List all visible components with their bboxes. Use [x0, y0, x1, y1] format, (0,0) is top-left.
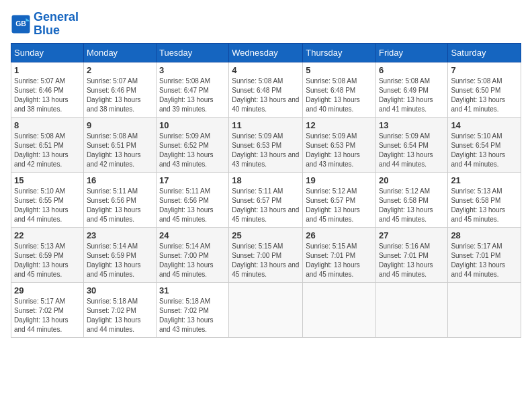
calendar-cell: 13Sunrise: 5:09 AMSunset: 6:54 PMDayligh…	[375, 117, 447, 172]
day-info: Sunrise: 5:08 AMSunset: 6:48 PMDaylight:…	[232, 77, 300, 114]
day-info: Sunrise: 5:08 AMSunset: 6:50 PMDaylight:…	[451, 77, 518, 114]
day-number: 18	[232, 175, 300, 185]
day-info: Sunrise: 5:09 AMSunset: 6:52 PMDaylight:…	[159, 132, 226, 169]
day-number: 10	[159, 120, 226, 130]
day-info: Sunrise: 5:11 AMSunset: 6:57 PMDaylight:…	[232, 187, 300, 224]
calendar-cell: 18Sunrise: 5:11 AMSunset: 6:57 PMDayligh…	[229, 172, 303, 227]
day-info: Sunrise: 5:07 AMSunset: 6:46 PMDaylight:…	[14, 77, 81, 114]
calendar-cell: 26Sunrise: 5:15 AMSunset: 7:01 PMDayligh…	[303, 227, 376, 282]
logo-text: General Blue	[34, 11, 79, 38]
calendar-cell: 2Sunrise: 5:07 AMSunset: 6:46 PMDaylight…	[83, 62, 156, 117]
day-info: Sunrise: 5:18 AMSunset: 7:02 PMDaylight:…	[159, 297, 226, 334]
calendar-cell: 4Sunrise: 5:08 AMSunset: 6:48 PMDaylight…	[229, 62, 303, 117]
calendar-cell: 29Sunrise: 5:17 AMSunset: 7:02 PMDayligh…	[11, 282, 84, 337]
day-number: 29	[14, 285, 81, 295]
calendar-cell: 19Sunrise: 5:12 AMSunset: 6:57 PMDayligh…	[303, 172, 376, 227]
weekday-header: Friday	[375, 43, 447, 62]
day-number: 22	[14, 230, 81, 240]
day-info: Sunrise: 5:08 AMSunset: 6:49 PMDaylight:…	[379, 77, 445, 114]
day-info: Sunrise: 5:12 AMSunset: 6:57 PMDaylight:…	[306, 187, 373, 224]
calendar-cell: 11Sunrise: 5:09 AMSunset: 6:53 PMDayligh…	[229, 117, 303, 172]
weekday-header: Sunday	[11, 43, 84, 62]
day-number: 16	[87, 175, 153, 185]
weekday-header: Saturday	[448, 43, 521, 62]
header: GB General Blue	[11, 11, 521, 38]
day-number: 19	[306, 175, 373, 185]
day-number: 23	[87, 230, 153, 240]
calendar-row: 15Sunrise: 5:10 AMSunset: 6:55 PMDayligh…	[11, 172, 521, 227]
day-info: Sunrise: 5:08 AMSunset: 6:51 PMDaylight:…	[14, 132, 81, 169]
day-number: 9	[87, 120, 153, 130]
calendar-cell: 7Sunrise: 5:08 AMSunset: 6:50 PMDaylight…	[448, 62, 521, 117]
calendar-cell: 27Sunrise: 5:16 AMSunset: 7:01 PMDayligh…	[375, 227, 447, 282]
calendar-cell	[303, 282, 376, 337]
day-info: Sunrise: 5:10 AMSunset: 6:54 PMDaylight:…	[451, 132, 518, 169]
calendar-cell: 3Sunrise: 5:08 AMSunset: 6:47 PMDaylight…	[156, 62, 228, 117]
calendar-cell: 31Sunrise: 5:18 AMSunset: 7:02 PMDayligh…	[156, 282, 228, 337]
weekday-header: Monday	[83, 43, 156, 62]
calendar-cell: 20Sunrise: 5:12 AMSunset: 6:58 PMDayligh…	[375, 172, 447, 227]
day-info: Sunrise: 5:09 AMSunset: 6:53 PMDaylight:…	[232, 132, 300, 169]
day-info: Sunrise: 5:11 AMSunset: 6:56 PMDaylight:…	[87, 187, 153, 224]
calendar-cell: 17Sunrise: 5:11 AMSunset: 6:56 PMDayligh…	[156, 172, 228, 227]
day-info: Sunrise: 5:10 AMSunset: 6:55 PMDaylight:…	[14, 187, 81, 224]
day-number: 21	[451, 175, 518, 185]
day-info: Sunrise: 5:12 AMSunset: 6:58 PMDaylight:…	[379, 187, 445, 224]
calendar-cell: 1Sunrise: 5:07 AMSunset: 6:46 PMDaylight…	[11, 62, 84, 117]
weekday-header: Tuesday	[156, 43, 228, 62]
weekday-header: Thursday	[303, 43, 376, 62]
calendar-row: 22Sunrise: 5:13 AMSunset: 6:59 PMDayligh…	[11, 227, 521, 282]
day-number: 15	[14, 175, 81, 185]
calendar-row: 8Sunrise: 5:08 AMSunset: 6:51 PMDaylight…	[11, 117, 521, 172]
calendar-row: 29Sunrise: 5:17 AMSunset: 7:02 PMDayligh…	[11, 282, 521, 337]
day-number: 1	[14, 65, 81, 75]
calendar-cell: 14Sunrise: 5:10 AMSunset: 6:54 PMDayligh…	[448, 117, 521, 172]
day-number: 3	[159, 65, 226, 75]
calendar-cell: 28Sunrise: 5:17 AMSunset: 7:01 PMDayligh…	[448, 227, 521, 282]
day-info: Sunrise: 5:09 AMSunset: 6:54 PMDaylight:…	[379, 132, 445, 169]
calendar-cell: 22Sunrise: 5:13 AMSunset: 6:59 PMDayligh…	[11, 227, 84, 282]
day-number: 24	[159, 230, 226, 240]
day-number: 25	[232, 230, 300, 240]
day-number: 13	[379, 120, 445, 130]
day-number: 17	[159, 175, 226, 185]
day-number: 6	[379, 65, 445, 75]
calendar-table: SundayMondayTuesdayWednesdayThursdayFrid…	[11, 43, 521, 338]
day-info: Sunrise: 5:14 AMSunset: 6:59 PMDaylight:…	[87, 242, 153, 279]
day-number: 14	[451, 120, 518, 130]
calendar-cell: 9Sunrise: 5:08 AMSunset: 6:51 PMDaylight…	[83, 117, 156, 172]
calendar-cell: 25Sunrise: 5:15 AMSunset: 7:00 PMDayligh…	[229, 227, 303, 282]
calendar-row: 1Sunrise: 5:07 AMSunset: 6:46 PMDaylight…	[11, 62, 521, 117]
day-info: Sunrise: 5:13 AMSunset: 6:58 PMDaylight:…	[451, 187, 518, 224]
day-number: 31	[159, 285, 226, 295]
calendar-cell: 12Sunrise: 5:09 AMSunset: 6:53 PMDayligh…	[303, 117, 376, 172]
day-number: 27	[379, 230, 445, 240]
day-number: 20	[379, 175, 445, 185]
calendar-cell: 15Sunrise: 5:10 AMSunset: 6:55 PMDayligh…	[11, 172, 84, 227]
weekday-header-row: SundayMondayTuesdayWednesdayThursdayFrid…	[11, 43, 521, 62]
day-info: Sunrise: 5:08 AMSunset: 6:47 PMDaylight:…	[159, 77, 226, 114]
calendar-cell: 16Sunrise: 5:11 AMSunset: 6:56 PMDayligh…	[83, 172, 156, 227]
day-info: Sunrise: 5:16 AMSunset: 7:01 PMDaylight:…	[379, 242, 445, 279]
day-info: Sunrise: 5:08 AMSunset: 6:51 PMDaylight:…	[87, 132, 153, 169]
day-number: 28	[451, 230, 518, 240]
calendar-cell: 5Sunrise: 5:08 AMSunset: 6:48 PMDaylight…	[303, 62, 376, 117]
day-number: 2	[87, 65, 153, 75]
day-number: 30	[87, 285, 153, 295]
day-number: 26	[306, 230, 373, 240]
calendar-cell	[448, 282, 521, 337]
day-info: Sunrise: 5:11 AMSunset: 6:56 PMDaylight:…	[159, 187, 226, 224]
calendar-cell: 24Sunrise: 5:14 AMSunset: 7:00 PMDayligh…	[156, 227, 228, 282]
calendar-cell: 23Sunrise: 5:14 AMSunset: 6:59 PMDayligh…	[83, 227, 156, 282]
calendar-cell	[375, 282, 447, 337]
day-info: Sunrise: 5:17 AMSunset: 7:02 PMDaylight:…	[14, 297, 81, 334]
day-info: Sunrise: 5:15 AMSunset: 7:01 PMDaylight:…	[306, 242, 373, 279]
calendar-cell: 21Sunrise: 5:13 AMSunset: 6:58 PMDayligh…	[448, 172, 521, 227]
day-info: Sunrise: 5:13 AMSunset: 6:59 PMDaylight:…	[14, 242, 81, 279]
day-info: Sunrise: 5:08 AMSunset: 6:48 PMDaylight:…	[306, 77, 373, 114]
day-number: 7	[451, 65, 518, 75]
day-number: 12	[306, 120, 373, 130]
svg-text:GB: GB	[15, 19, 26, 28]
day-info: Sunrise: 5:18 AMSunset: 7:02 PMDaylight:…	[87, 297, 153, 334]
day-number: 11	[232, 120, 300, 130]
